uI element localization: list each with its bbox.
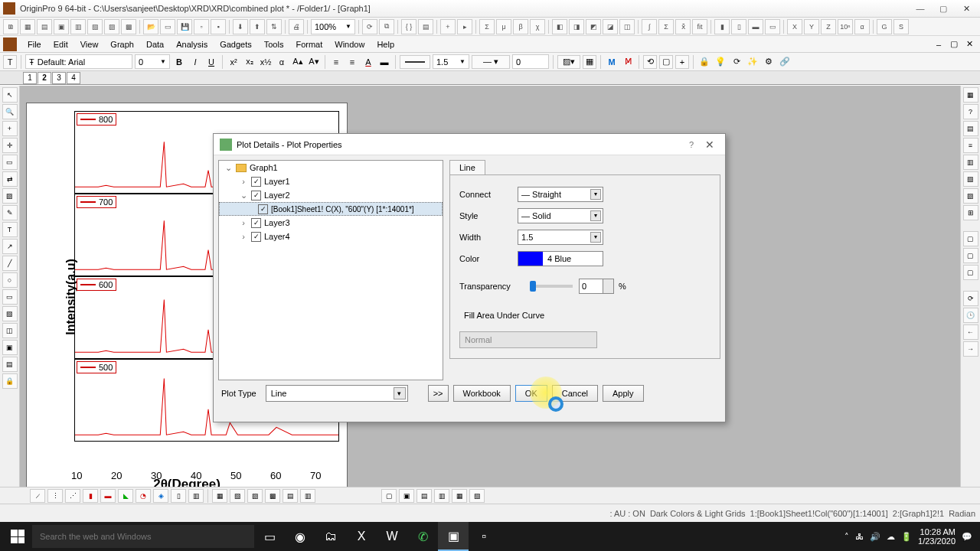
lock-tool-icon[interactable]: 🔒 — [2, 373, 18, 389]
line-plot-icon[interactable]: ⟋ — [30, 489, 45, 503]
open-icon[interactable]: 📂 — [143, 19, 158, 34]
axis-alpha-icon[interactable]: α — [854, 19, 870, 34]
chart-column-icon[interactable]: ▯ — [731, 19, 746, 34]
smartlink-icon[interactable]: ≡ — [963, 138, 978, 153]
italic-button[interactable]: I — [188, 55, 202, 69]
chart-3d-icon[interactable]: ▭ — [765, 19, 780, 34]
import-multiple-icon[interactable]: ⇅ — [266, 19, 282, 34]
object-manager-icon[interactable]: ▥ — [963, 155, 978, 170]
menu-view[interactable]: View — [74, 38, 105, 51]
fwd-icon[interactable]: → — [963, 341, 978, 357]
results-log-icon[interactable]: ▤ — [418, 19, 433, 34]
underline-button[interactable]: U — [204, 55, 218, 69]
taskbar-clock[interactable]: 10:28 AM 1/23/2020 — [918, 527, 956, 546]
chevron-down-icon[interactable]: ▾ — [394, 387, 406, 399]
save-template-icon[interactable]: ▫ — [194, 19, 209, 34]
tree-layer4[interactable]: › ✓ Layer4 — [219, 230, 443, 243]
reader-tool-icon[interactable]: + — [2, 121, 18, 136]
tool-1-icon[interactable]: ◧ — [552, 19, 567, 34]
collapse-icon[interactable]: ⌄ — [239, 191, 248, 201]
stat-nonparam-icon[interactable]: χ — [530, 19, 545, 34]
tree-layer1[interactable]: › ✓ Layer1 — [219, 174, 443, 188]
legend-800[interactable]: 800 — [77, 113, 116, 126]
subscript-button[interactable]: x₂ — [243, 55, 256, 69]
menu-file[interactable]: File — [21, 38, 47, 51]
3d-plot-4-icon[interactable]: ▩ — [265, 489, 280, 503]
volume-icon[interactable]: 🔊 — [870, 532, 880, 542]
file-explorer-icon[interactable]: 🗂 — [315, 522, 346, 551]
notifications-icon[interactable]: 💬 — [962, 532, 972, 542]
new-notes-icon[interactable]: ▨ — [104, 19, 119, 34]
system-tray[interactable]: ˄ 🖧 🔊 ☁ 🔋 10:28 AM 1/23/2020 💬 — [844, 527, 977, 546]
menu-graph[interactable]: Graph — [104, 38, 140, 51]
save-project-icon[interactable]: ▪ — [211, 19, 226, 34]
3d-plot-3-icon[interactable]: ▨ — [247, 489, 263, 503]
tool-3-icon[interactable]: ◩ — [586, 19, 601, 34]
checkbox-icon[interactable]: ✓ — [251, 177, 261, 187]
menu-analysis[interactable]: Analysis — [170, 38, 214, 51]
chart-bar-icon[interactable]: ▮ — [714, 19, 730, 34]
template-5-icon[interactable]: ▦ — [452, 489, 467, 503]
checkbox-icon[interactable]: ✓ — [251, 232, 261, 242]
text-tool-icon[interactable]: T — [3, 55, 17, 69]
template-2-icon[interactable]: ▣ — [399, 489, 414, 503]
pointer-tool-icon[interactable]: ↖ — [2, 87, 18, 103]
plot-type-dropdown[interactable]: Line▾ — [266, 385, 408, 402]
line-scatter-icon[interactable]: ⋰ — [65, 489, 80, 503]
3d-plot-2-icon[interactable]: ▧ — [230, 489, 245, 503]
template-6-icon[interactable]: ▧ — [469, 489, 485, 503]
quick-1-icon[interactable]: ▢ — [963, 231, 978, 246]
menu-gadgets[interactable]: Gadgets — [214, 38, 258, 51]
checkbox-icon[interactable]: ✓ — [258, 204, 268, 214]
menu-window[interactable]: Window — [328, 38, 371, 51]
bar-plot-icon[interactable]: ▬ — [100, 489, 116, 503]
gear-icon[interactable]: ⚙ — [762, 55, 776, 69]
menu-format[interactable]: Format — [289, 38, 328, 51]
3d-plot-5-icon[interactable]: ▤ — [283, 489, 298, 503]
import-wizard-icon[interactable]: ⬇ — [233, 19, 248, 34]
math-integral-icon[interactable]: ∫ — [642, 19, 657, 34]
slider-thumb[interactable] — [530, 281, 536, 292]
box-plot-icon[interactable]: ▯ — [171, 489, 186, 503]
roi-tool-icon[interactable]: ◫ — [2, 323, 18, 338]
region-tool-icon[interactable]: ▧ — [2, 306, 18, 321]
zoom-dropdown[interactable]: 100%▼ — [311, 19, 355, 34]
excel-icon[interactable]: X — [346, 522, 377, 551]
template-4-icon[interactable]: ▥ — [434, 489, 449, 503]
tab-line[interactable]: Line — [449, 160, 485, 174]
cancel-button[interactable]: Cancel — [552, 385, 598, 402]
axis-x-icon[interactable]: X — [787, 19, 802, 34]
math-sigma-icon[interactable]: Σ — [658, 19, 674, 34]
menu-edit[interactable]: Edit — [47, 38, 74, 51]
data-selector-icon[interactable]: ⇄ — [2, 171, 18, 187]
chrome-icon[interactable]: ◉ — [285, 522, 315, 551]
fill-pattern-dropdown[interactable]: ▨▾ — [557, 55, 580, 69]
mdi-close-button[interactable]: ✕ — [962, 39, 977, 49]
dialog-titlebar[interactable]: Plot Details - Plot Properties ? ✕ — [214, 134, 725, 155]
circle-tool-icon[interactable]: ○ — [2, 272, 18, 288]
start-button[interactable] — [3, 522, 32, 551]
table-button[interactable]: ▦ — [583, 55, 596, 69]
tree-root[interactable]: ⌄ Graph1 — [219, 161, 443, 174]
stat-descriptive-icon[interactable]: Σ — [479, 19, 495, 34]
new-project-icon[interactable]: 🗎 — [3, 19, 18, 34]
chart-stacked-icon[interactable]: ▬ — [748, 19, 763, 34]
quick-2-icon[interactable]: ▢ — [963, 248, 978, 263]
num-field[interactable]: 0 — [512, 54, 549, 69]
new-graph-icon[interactable]: ▣ — [54, 19, 69, 34]
wizard-icon[interactable]: ✨ — [746, 55, 760, 69]
ok-button[interactable]: OK — [515, 385, 547, 402]
line-width-dropdown[interactable]: 1.5▼ — [433, 54, 469, 69]
checkbox-icon[interactable]: ✓ — [251, 191, 261, 201]
new-excel-icon[interactable]: ▤ — [37, 19, 52, 34]
graph-props-icon[interactable]: ▨ — [963, 188, 978, 204]
battery-icon[interactable]: 🔋 — [901, 532, 912, 542]
template-3-icon[interactable]: ▤ — [416, 489, 432, 503]
tool-5-icon[interactable]: ◫ — [619, 19, 635, 34]
network-icon[interactable]: 🖧 — [855, 532, 864, 541]
back-icon[interactable]: ← — [963, 324, 978, 340]
whatsapp-icon[interactable]: ✆ — [407, 522, 438, 551]
scatter-plot-icon[interactable]: ⋮ — [47, 489, 63, 503]
tool-4-icon[interactable]: ◪ — [603, 19, 618, 34]
new-layout-icon[interactable]: ▧ — [87, 19, 103, 34]
